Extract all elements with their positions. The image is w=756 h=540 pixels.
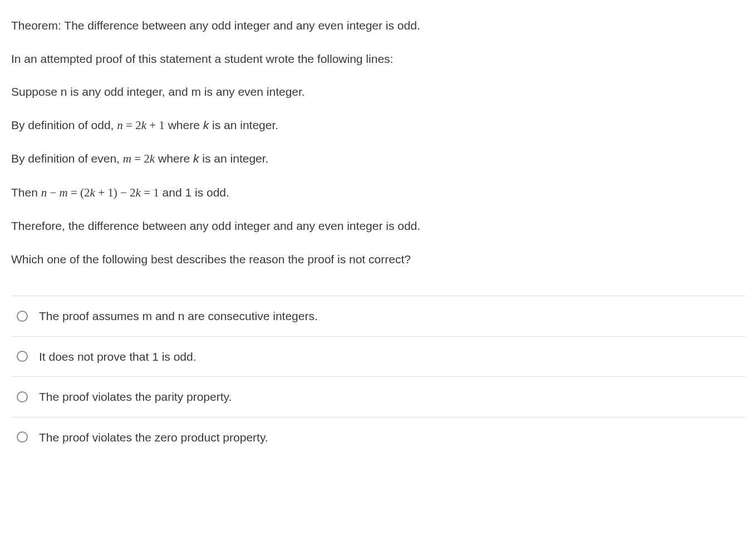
- option-d[interactable]: The proof violates the zero product prop…: [11, 418, 745, 458]
- option-a-text: The proof assumes m and n are consecutiv…: [39, 307, 318, 325]
- math-variable-n: n: [117, 119, 123, 132]
- math-variable-m: m: [123, 152, 131, 165]
- text-segment: where k is an integer.: [155, 152, 268, 165]
- even-definition-line: By definition of even, m = 2k where k is…: [11, 150, 745, 168]
- option-b-text: It does not prove that 1 is odd.: [39, 348, 197, 366]
- text-segment: By definition of even,: [11, 152, 123, 165]
- math-equation: n − m = (2k + 1) − 2k = 1: [41, 186, 159, 199]
- radio-icon: [17, 311, 28, 322]
- option-c[interactable]: The proof violates the parity property.: [11, 377, 745, 418]
- question-stem: Theorem: The difference between any odd …: [11, 17, 745, 268]
- option-c-text: The proof violates the parity property.: [39, 388, 232, 406]
- option-a[interactable]: The proof assumes m and n are consecutiv…: [11, 296, 745, 337]
- text-segment: and 1 is odd.: [159, 186, 229, 199]
- options-list: The proof assumes m and n are consecutiv…: [11, 296, 745, 457]
- therefore-line: Therefore, the difference between any od…: [11, 217, 745, 235]
- radio-icon: [17, 391, 28, 402]
- option-d-text: The proof violates the zero product prop…: [39, 429, 268, 446]
- radio-icon: [17, 431, 28, 443]
- text-segment: where k is an integer.: [165, 119, 278, 131]
- option-b[interactable]: It does not prove that 1 is odd.: [11, 337, 745, 377]
- math-eq: =: [131, 152, 144, 165]
- radio-icon: [17, 351, 28, 362]
- math-eq: =: [123, 119, 135, 132]
- then-line: Then n − m = (2k + 1) − 2k = 1 and 1 is …: [11, 184, 745, 202]
- math-expression: 2k + 1: [135, 119, 165, 132]
- suppose-line: Suppose n is any odd integer, and m is a…: [11, 83, 745, 101]
- question-prompt: Which one of the following best describe…: [11, 251, 745, 268]
- text-segment: By definition of odd,: [11, 119, 117, 131]
- text-segment: Then: [11, 186, 41, 199]
- theorem-statement: Theorem: The difference between any odd …: [11, 17, 745, 35]
- intro-line: In an attempted proof of this statement …: [11, 50, 745, 68]
- math-expression: 2k: [144, 152, 155, 165]
- odd-definition-line: By definition of odd, n = 2k + 1 where k…: [11, 116, 745, 135]
